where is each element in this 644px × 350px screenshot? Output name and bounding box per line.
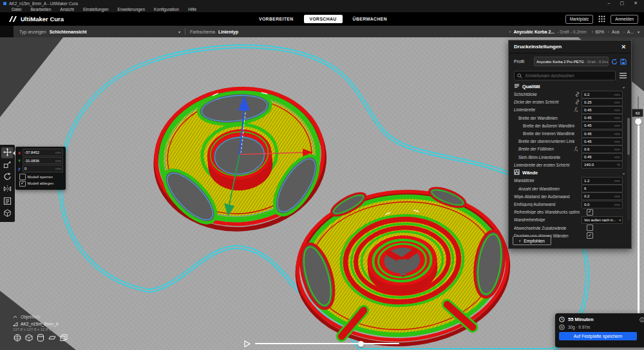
scrollbar-thumb[interactable] — [627, 118, 630, 155]
tool-per-model-settings[interactable] — [1, 196, 14, 207]
lock-model-row[interactable]: Modell sperren — [18, 174, 63, 181]
setting-input[interactable]: 6 — [582, 185, 623, 192]
settings-menu-icon[interactable] — [620, 73, 627, 78]
search-icon — [517, 73, 522, 78]
setting-label: Breite der Fülllinien — [514, 147, 574, 151]
setting-input[interactable]: 0.0mm — [582, 201, 623, 208]
close-icon[interactable]: ✕ — [621, 44, 626, 50]
lock-checkbox[interactable] — [19, 174, 26, 180]
setting-input[interactable]: 0.45mm — [582, 106, 623, 114]
axis-label-y: Y — [18, 158, 23, 163]
menu-item-einstellungen[interactable]: Einstellungen — [83, 7, 109, 12]
setting-input[interactable]: 0.45mm — [582, 114, 623, 122]
per-model-settings-icon — [3, 196, 12, 208]
axis-input-z[interactable]: 0mm — [23, 165, 63, 172]
sphere-tool-icon[interactable] — [13, 334, 21, 342]
profile-dropdown[interactable]: Anycubic Korba 2 Pro-PETG - Draft - 0.2m… — [534, 57, 609, 66]
setting-input[interactable]: 0.25mm — [582, 98, 623, 106]
view-options-bar: Typ anzeigen Schichtenansicht ▾ Farbsche… — [14, 26, 515, 37]
settings-search[interactable] — [514, 71, 616, 80]
profile-label: Profil — [514, 59, 524, 64]
marketplace-button[interactable]: Marktplatz — [565, 15, 593, 24]
title-bar: AK2_n15m_8mm_A - UltiMaker Cura – ▢ ✕ — [0, 0, 644, 6]
drop-model-row[interactable]: Modell ablegen — [18, 180, 63, 187]
setting-dropdown[interactable]: Von außen nach in...▾ — [582, 216, 623, 224]
infill-icon — [592, 29, 593, 35]
tool-mirror[interactable] — [1, 184, 14, 195]
simulation-slider-handle[interactable] — [358, 341, 364, 347]
section-header-0[interactable]: Qualität ⌄ — [509, 82, 631, 91]
setting-input[interactable]: 0.45mm — [582, 122, 623, 129]
setting-input[interactable]: 0.45mm — [582, 138, 623, 145]
setting-input[interactable]: 0.2mm — [582, 192, 623, 200]
copy-tool-icon[interactable] — [59, 334, 68, 342]
save-profile-icon[interactable] — [620, 59, 627, 65]
menu-item-bearbeiten[interactable]: Bearbeiten — [30, 7, 51, 12]
setting-checkbox[interactable] — [587, 232, 593, 239]
simulation-slider[interactable] — [255, 343, 399, 344]
color-scheme-dropdown[interactable]: Farbschema Linientyp ▾ — [190, 30, 509, 34]
tab-vorbereiten[interactable]: VORBEREITEN — [253, 15, 299, 23]
layer-slider-handle[interactable] — [635, 118, 641, 125]
setting-input[interactable]: 0.45mm — [582, 130, 623, 138]
setting-row: Wanddicke 1.2mm — [509, 177, 631, 185]
view-type-dropdown[interactable]: Typ anzeigen Schichtenansicht ▾ — [19, 30, 180, 34]
print-setup-selector[interactable]: Anycubic Korba 2... - Draft - 0.2mm 60% … — [505, 26, 644, 37]
setting-input[interactable]: 1.2mm — [582, 177, 623, 185]
fx-icon: ƒx — [574, 146, 582, 152]
maximize-button[interactable]: ▢ — [620, 1, 625, 6]
setting-input[interactable]: 140.0% — [582, 161, 623, 169]
layer-slider[interactable] — [638, 124, 639, 325]
close-button[interactable]: ✕ — [634, 1, 638, 6]
drop-label: Modell ablegen — [28, 181, 54, 185]
menu-item-datei[interactable]: Datei — [12, 7, 21, 12]
section-header-1[interactable]: Wände ⌄ — [509, 169, 631, 177]
setting-checkbox[interactable] — [587, 225, 593, 231]
cube-tool-icon[interactable] — [24, 334, 33, 342]
tool-support-blocker[interactable] — [1, 208, 14, 219]
setting-row: Einfügung Außenwand 0.0mm — [509, 200, 631, 208]
tool-move[interactable] — [1, 147, 14, 158]
settings-scrollbar[interactable] — [627, 118, 630, 221]
info-icon[interactable] — [639, 317, 644, 322]
object-dimensions: 137.8 x 127.8 x 12.8 mm — [13, 327, 68, 331]
link-icon — [574, 91, 582, 97]
tool-scale[interactable] — [1, 160, 14, 170]
drop-checkbox[interactable] — [19, 181, 26, 187]
setting-label: Skirt-/Brim-Linienbreite — [514, 155, 574, 160]
tab-vorschau[interactable]: VORSCHAU — [304, 15, 343, 23]
plate-tool-icon[interactable] — [48, 334, 56, 342]
search-input[interactable] — [524, 73, 612, 78]
object-list-item[interactable]: AK2_n15m_8mm_A — [13, 322, 68, 326]
applications-grid-icon[interactable] — [598, 15, 605, 23]
infill-value: 60% — [596, 30, 605, 34]
setting-input[interactable]: 0.45mm — [582, 153, 623, 161]
setting-label: Einfügung Außenwand — [514, 202, 574, 207]
app-icon — [3, 2, 6, 5]
menu-item-konfiguration[interactable]: Konfiguration — [154, 7, 179, 12]
settings-panel-title: Druckeinstellungen — [514, 44, 562, 50]
back-chevron: ‹ — [519, 239, 520, 243]
save-to-disk-button[interactable]: Auf Festplatte speichern — [559, 332, 637, 340]
scale-icon — [3, 160, 12, 171]
setting-label: Linienbreite — [514, 107, 574, 112]
cylinder-tool-icon[interactable] — [36, 334, 44, 342]
play-button[interactable] — [244, 340, 251, 347]
setting-checkbox[interactable] — [587, 209, 593, 216]
print-job-panel: 55 Minuten 30g · 9.97m Auf Festplatte sp… — [555, 313, 644, 347]
menu-item-hilfe[interactable]: Hilfe — [188, 7, 196, 12]
object-list-header[interactable]: Objektliste — [13, 315, 68, 319]
menu-item-erweiterungen[interactable]: Erweiterungen — [118, 7, 146, 12]
menu-item-ansicht[interactable]: Ansicht — [60, 7, 74, 12]
recommended-mode-button[interactable]: ‹ Empfohlen — [513, 236, 551, 245]
setting-input[interactable]: 0.2mm — [582, 91, 623, 98]
minimize-button[interactable]: – — [608, 1, 611, 6]
reset-profile-icon[interactable] — [611, 59, 618, 65]
setting-input[interactable]: 0.6mm — [582, 145, 623, 153]
tool-rotate[interactable] — [1, 172, 14, 183]
signin-button[interactable]: Anmelden — [611, 15, 638, 24]
tab-überwachen[interactable]: ÜBERWACHEN — [347, 15, 393, 23]
axis-input-y[interactable]: -31.0836mm — [23, 157, 63, 165]
print-settings-panel: Druckeinstellungen ✕ Profil Anycubic Kor… — [508, 40, 632, 249]
axis-input-x[interactable]: -37.8452mm — [23, 149, 63, 156]
